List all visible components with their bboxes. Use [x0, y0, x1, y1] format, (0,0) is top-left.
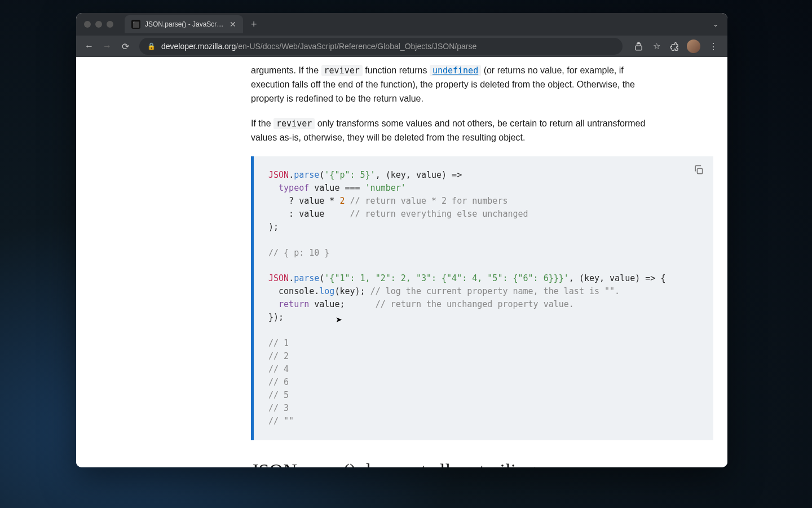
tab-title: JSON.parse() - JavaScript | MDN: [145, 20, 225, 28]
bookmark-icon[interactable]: ☆: [651, 41, 662, 52]
code-example-block: JSON.parse('{"p": 5}', (key, value) => t…: [251, 156, 713, 440]
svg-rect-1: [698, 168, 703, 173]
new-tab-button[interactable]: +: [243, 19, 265, 30]
browser-window: ⬛ JSON.parse() - JavaScript | MDN ✕ + ⌄ …: [76, 13, 727, 467]
reload-button[interactable]: ⟳: [117, 38, 134, 55]
browser-toolbar: ← → ⟳ 🔒 developer.mozilla.org/en-US/docs…: [76, 36, 727, 57]
share-icon[interactable]: [633, 41, 644, 52]
inline-code-reviver: reviver: [321, 65, 363, 76]
inline-code-reviver: reviver: [273, 118, 315, 129]
profile-avatar[interactable]: [687, 40, 700, 53]
back-button[interactable]: ←: [81, 38, 98, 55]
code-content: JSON.parse('{"p": 5}', (key, value) => t…: [268, 169, 699, 428]
url-path: /en-US/docs/Web/JavaScript/Reference/Glo…: [236, 42, 476, 51]
close-tab-icon[interactable]: ✕: [230, 20, 236, 29]
tab-list-button[interactable]: ⌄: [704, 20, 727, 28]
svg-rect-0: [635, 46, 641, 50]
forward-button[interactable]: →: [99, 38, 116, 55]
extensions-icon[interactable]: [669, 41, 680, 52]
tab-strip: ⬛ JSON.parse() - JavaScript | MDN ✕ + ⌄: [76, 13, 727, 36]
section-heading: JSON.parse() does not allow trailing com…: [251, 456, 716, 467]
menu-icon[interactable]: ⋮: [707, 41, 718, 52]
copy-code-button[interactable]: [693, 164, 705, 177]
tab-favicon: ⬛: [131, 20, 140, 29]
article-body: arguments. If the reviver function retur…: [76, 64, 716, 467]
link-undefined[interactable]: undefined: [430, 65, 481, 75]
url-host: developer.mozilla.org: [161, 42, 236, 51]
page-content: arguments. If the reviver function retur…: [76, 57, 727, 467]
lock-icon: 🔒: [147, 42, 156, 50]
url-text: developer.mozilla.org/en-US/docs/Web/Jav…: [161, 42, 615, 51]
toolbar-icons: ☆ ⋮: [628, 40, 723, 53]
paragraph-2: If the reviver only transforms some valu…: [251, 117, 663, 145]
browser-tab[interactable]: ⬛ JSON.parse() - JavaScript | MDN ✕: [125, 15, 243, 33]
address-bar[interactable]: 🔒 developer.mozilla.org/en-US/docs/Web/J…: [139, 38, 623, 55]
maximize-window-button[interactable]: [107, 21, 113, 28]
window-controls: [82, 21, 118, 28]
paragraph-1: arguments. If the reviver function retur…: [251, 64, 663, 106]
close-window-button[interactable]: [84, 21, 91, 28]
minimize-window-button[interactable]: [95, 21, 102, 28]
